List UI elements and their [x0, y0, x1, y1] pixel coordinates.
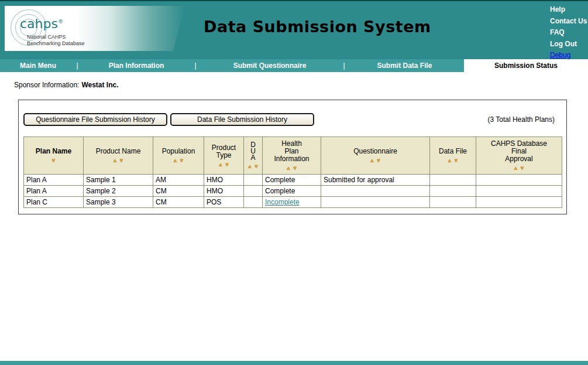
- logo-wordmark: cahps®: [20, 16, 63, 31]
- sort-asc-icon[interactable]: ▲: [173, 158, 178, 163]
- cell-questionnaire: [321, 186, 430, 197]
- cell-cahps-final-approval: [476, 197, 562, 208]
- sort-asc-icon[interactable]: ▲: [447, 158, 452, 163]
- sort-controls: ▼: [25, 157, 82, 163]
- tab-submission-status[interactable]: Submission Status: [464, 59, 588, 72]
- cell-health-plan-information: Complete: [263, 175, 321, 186]
- data-file-history-button[interactable]: Data File Submission History: [170, 113, 314, 126]
- column-header-questionnaire[interactable]: Questionnaire ▲▼: [321, 137, 430, 175]
- total-health-plans: (3 Total Health Plans): [487, 115, 555, 124]
- column-label: Plan Name: [25, 148, 82, 155]
- cell-data-file: [430, 186, 476, 197]
- cell-population: AM: [153, 175, 204, 186]
- help-link[interactable]: Help: [550, 4, 587, 16]
- column-label: Approval: [477, 155, 561, 163]
- app-header: cahps® National CAHPS Benchmarking Datab…: [0, 0, 588, 59]
- sort-asc-icon[interactable]: ▲: [112, 158, 118, 163]
- incomplete-link[interactable]: Incomplete: [265, 198, 300, 206]
- column-header-health-plan-information[interactable]: Health Plan Information ▲▼: [263, 137, 321, 175]
- nav-main-menu[interactable]: Main Menu: [0, 59, 76, 72]
- cell-population: CM: [153, 186, 204, 197]
- table-header-row: Plan Name ▼ Product Name ▲▼ Population ▲…: [24, 137, 562, 175]
- table-row: Plan C Sample 3 CM POS Incomplete: [24, 197, 562, 208]
- column-header-product-type[interactable]: Product Type ▲▼: [204, 137, 244, 175]
- submission-status-panel: Questionnaire File Submission History Da…: [18, 100, 567, 214]
- cell-questionnaire: Submitted for approval: [321, 175, 430, 186]
- sort-controls: ▲▼: [154, 157, 202, 163]
- column-label: Data File: [431, 148, 474, 155]
- registered-mark: ®: [58, 19, 63, 25]
- cell-product-type: POS: [204, 197, 244, 208]
- main-nav: Main Menu | Plan Information | Submit Qu…: [0, 59, 588, 72]
- logo-brand-text: cahps: [20, 16, 58, 31]
- sort-desc-icon[interactable]: ▼: [376, 158, 381, 163]
- cell-plan-name: Plan A: [24, 186, 84, 197]
- sort-controls: ▲▼: [431, 157, 474, 163]
- sort-desc-icon[interactable]: ▼: [520, 165, 525, 171]
- logo-subtitle-line1: National CAHPS: [27, 34, 85, 40]
- cahps-logo: cahps® National CAHPS Benchmarking Datab…: [5, 6, 185, 51]
- log-out-link[interactable]: Log Out: [550, 39, 587, 50]
- table-row: Plan A Sample 2 CM HMO Complete: [24, 186, 562, 197]
- cell-product-name: Sample 1: [84, 175, 153, 186]
- sort-desc-icon[interactable]: ▼: [293, 165, 298, 171]
- cell-health-plan-information: Incomplete: [263, 197, 321, 208]
- column-label: Population: [154, 148, 202, 155]
- cell-population: CM: [153, 197, 204, 208]
- contact-us-link[interactable]: Contact Us: [550, 16, 587, 28]
- column-label: Product Name: [85, 148, 152, 155]
- cell-product-name: Sample 3: [84, 197, 153, 208]
- bottom-bar: [0, 361, 588, 365]
- column-header-product-name[interactable]: Product Name ▲▼: [84, 137, 153, 175]
- column-header-dua[interactable]: D U A ▲▼: [244, 137, 263, 175]
- cell-dua: [244, 186, 263, 197]
- sort-asc-icon[interactable]: ▲: [247, 163, 253, 169]
- sort-desc-icon[interactable]: ▼: [51, 158, 56, 163]
- questionnaire-file-history-button[interactable]: Questionnaire File Submission History: [23, 113, 167, 126]
- column-header-data-file[interactable]: Data File ▲▼: [430, 137, 476, 175]
- cell-cahps-final-approval: [476, 186, 562, 197]
- column-label: Questionnaire: [322, 148, 428, 155]
- sort-desc-icon[interactable]: ▼: [225, 162, 230, 168]
- sponsor-information: Sponsor Information:Westat Inc.: [14, 81, 588, 89]
- sort-controls: ▲▼: [85, 157, 152, 163]
- sort-asc-icon[interactable]: ▲: [513, 165, 518, 171]
- sort-controls: ▲▼: [245, 163, 261, 169]
- logo-subtitle: National CAHPS Benchmarking Database: [27, 34, 85, 47]
- sort-desc-icon[interactable]: ▼: [254, 163, 259, 169]
- column-label: Type: [205, 152, 242, 159]
- sort-controls: ▲▼: [264, 165, 319, 171]
- sort-controls: ▲▼: [205, 161, 242, 168]
- header-links: Help Contact Us FAQ Log Out Debug: [550, 4, 587, 62]
- column-label: A: [245, 155, 261, 161]
- sponsor-label: Sponsor Information:: [14, 81, 79, 89]
- sort-controls: ▲▼: [322, 157, 428, 163]
- data-submission-system-page: cahps® National CAHPS Benchmarking Datab…: [0, 0, 588, 365]
- cell-data-file: [430, 175, 476, 186]
- column-header-cahps-database-final-approval[interactable]: CAHPS Database Final Approval ▲▼: [476, 137, 562, 175]
- cell-health-plan-information: Complete: [263, 186, 321, 197]
- nav-submit-data-file[interactable]: Submit Data File: [345, 59, 464, 72]
- cell-plan-name: Plan A: [24, 175, 84, 186]
- cell-dua: [244, 175, 263, 186]
- faq-link[interactable]: FAQ: [550, 27, 587, 39]
- column-header-plan-name[interactable]: Plan Name ▼: [24, 137, 84, 175]
- sort-asc-icon[interactable]: ▲: [218, 162, 223, 168]
- cell-questionnaire: [321, 197, 430, 208]
- sort-desc-icon[interactable]: ▼: [453, 158, 459, 163]
- sponsor-value: Westat Inc.: [81, 81, 118, 89]
- nav-plan-information[interactable]: Plan Information: [78, 59, 194, 72]
- sort-asc-icon[interactable]: ▲: [370, 158, 375, 163]
- cell-data-file: [430, 197, 476, 208]
- page-title: Data Submission System: [204, 18, 431, 36]
- sort-desc-icon[interactable]: ▼: [179, 158, 184, 163]
- cell-product-type: HMO: [204, 186, 244, 197]
- nav-submit-questionnaire[interactable]: Submit Questionnaire: [197, 59, 343, 72]
- column-label: Product: [205, 144, 242, 152]
- cell-product-type: HMO: [204, 175, 244, 186]
- table-row: Plan A Sample 1 AM HMO Complete Submitte…: [24, 175, 562, 186]
- sort-desc-icon[interactable]: ▼: [119, 158, 124, 163]
- column-header-population[interactable]: Population ▲▼: [153, 137, 204, 175]
- panel-toolbar: Questionnaire File Submission History Da…: [23, 113, 562, 126]
- sort-asc-icon[interactable]: ▲: [286, 165, 291, 171]
